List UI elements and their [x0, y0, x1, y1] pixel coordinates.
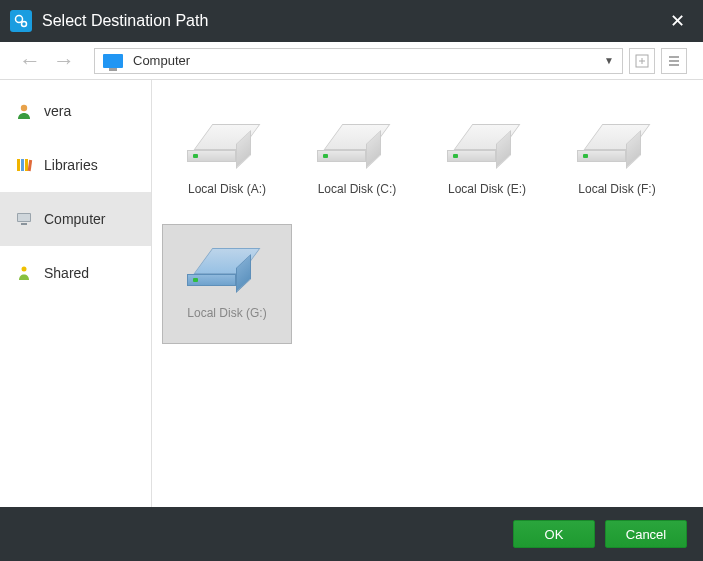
sidebar-item-shared[interactable]: Shared: [0, 246, 151, 300]
svg-rect-14: [18, 214, 30, 221]
drive-grid: Local Disk (A:) Local Disk (C:) Local Di…: [152, 80, 703, 507]
path-label: Computer: [133, 53, 604, 68]
svg-point-0: [16, 16, 23, 23]
window-title: Select Destination Path: [42, 12, 661, 30]
svg-point-16: [22, 267, 27, 272]
drive-icon: [197, 248, 257, 292]
drive-icon: [457, 124, 517, 168]
svg-rect-9: [17, 159, 20, 171]
drive-item[interactable]: Local Disk (E:): [422, 100, 552, 220]
sidebar-item-user[interactable]: vera: [0, 84, 151, 138]
svg-point-8: [21, 105, 27, 111]
footer: OK Cancel: [0, 507, 703, 561]
shared-icon: [14, 263, 34, 283]
sidebar: vera Libraries Computer Shared: [0, 80, 152, 507]
svg-rect-6: [669, 60, 679, 62]
sidebar-item-label: Shared: [44, 265, 89, 281]
svg-rect-12: [28, 160, 33, 171]
drive-label: Local Disk (C:): [318, 182, 397, 196]
path-dropdown-icon[interactable]: ▼: [604, 55, 614, 66]
sidebar-item-label: Libraries: [44, 157, 98, 173]
path-box[interactable]: Computer ▼: [94, 48, 623, 74]
ok-button[interactable]: OK: [513, 520, 595, 548]
drive-label: Local Disk (G:): [187, 306, 266, 320]
cancel-button[interactable]: Cancel: [605, 520, 687, 548]
new-folder-button[interactable]: [629, 48, 655, 74]
drive-label: Local Disk (F:): [578, 182, 655, 196]
close-button[interactable]: ✕: [661, 10, 693, 32]
forward-button[interactable]: →: [50, 48, 78, 74]
computer-icon: [103, 54, 123, 68]
drive-item[interactable]: Local Disk (G:): [162, 224, 292, 344]
computer-nav-icon: [14, 209, 34, 229]
body: vera Libraries Computer Shared Local: [0, 80, 703, 507]
back-button[interactable]: ←: [16, 48, 44, 74]
svg-rect-7: [669, 64, 679, 66]
svg-rect-11: [25, 159, 28, 171]
drive-icon: [327, 124, 387, 168]
titlebar: Select Destination Path ✕: [0, 0, 703, 42]
drive-label: Local Disk (A:): [188, 182, 266, 196]
sidebar-item-computer[interactable]: Computer: [0, 192, 151, 246]
view-list-button[interactable]: [661, 48, 687, 74]
svg-rect-15: [21, 223, 27, 225]
svg-rect-10: [21, 159, 24, 171]
app-icon: [10, 10, 32, 32]
sidebar-item-libraries[interactable]: Libraries: [0, 138, 151, 192]
drive-icon: [197, 124, 257, 168]
sidebar-item-label: vera: [44, 103, 71, 119]
drive-label: Local Disk (E:): [448, 182, 526, 196]
user-icon: [14, 101, 34, 121]
drive-item[interactable]: Local Disk (C:): [292, 100, 422, 220]
drive-item[interactable]: Local Disk (A:): [162, 100, 292, 220]
svg-rect-5: [669, 56, 679, 58]
libraries-icon: [14, 155, 34, 175]
svg-point-1: [22, 22, 27, 27]
drive-item[interactable]: Local Disk (F:): [552, 100, 682, 220]
drive-icon: [587, 124, 647, 168]
sidebar-item-label: Computer: [44, 211, 105, 227]
toolbar: ← → Computer ▼: [0, 42, 703, 80]
